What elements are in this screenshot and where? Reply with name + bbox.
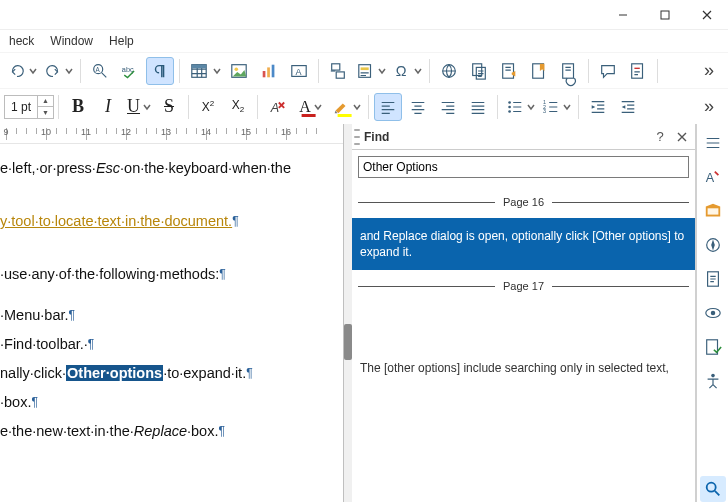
find-search-input[interactable] [358,156,689,178]
insert-table-dropdown[interactable] [212,67,222,75]
insert-field-button[interactable] [354,57,388,85]
window-maximize-button[interactable] [644,0,686,29]
sidebar-navigator-icon[interactable] [700,232,726,258]
sidebar-properties-icon[interactable]: A [700,164,726,190]
insert-endnote-button[interactable] [495,57,523,85]
svg-rect-23 [563,63,574,77]
numbered-list-button[interactable]: 123 [539,93,573,121]
find-close-button[interactable] [673,128,691,146]
numbered-list-dropdown[interactable] [562,103,572,111]
menu-window[interactable]: Window [43,32,100,50]
page-label: Page 16 [495,196,552,208]
highlight-color-button[interactable] [329,93,363,121]
font-size-up[interactable]: ▲ [38,96,53,107]
font-color-button[interactable]: A [293,93,327,121]
insert-page-break-button[interactable] [324,57,352,85]
horizontal-ruler[interactable]: 910111213141516 [0,124,343,144]
insert-cross-reference-button[interactable] [555,57,583,85]
bullet-list-button[interactable] [503,93,537,121]
splitter-thumb[interactable] [344,324,352,360]
undo-dropdown[interactable] [28,67,38,75]
find-panel-title: Find [364,130,389,144]
underline-button[interactable]: U [124,93,153,121]
pilcrow-icon: ¶ [88,337,94,351]
highlight-color-dropdown[interactable] [352,103,362,111]
sidebar-page-icon[interactable] [700,266,726,292]
doc-text: ·box. [0,394,31,410]
sidebar-tab-strip: A [696,124,728,502]
svg-rect-10 [272,64,275,77]
sidebar-settings-button[interactable] [700,130,726,156]
track-changes-button[interactable] [624,57,652,85]
ruler-number: 15 [241,127,251,137]
ruler-number: 16 [281,127,291,137]
toolbar-overflow-button[interactable]: » [695,57,723,85]
pane-splitter[interactable] [344,124,352,502]
italic-button[interactable]: I [94,93,122,121]
align-center-button[interactable] [404,93,432,121]
font-size-value[interactable]: 1 pt [5,100,37,114]
main-area: 910111213141516 e·left,·or·press·Esc·on·… [0,124,728,502]
sidebar-accessibility-icon[interactable] [700,368,726,394]
redo-dropdown[interactable] [64,67,74,75]
sidebar-manage-changes-icon[interactable] [700,334,726,360]
insert-chart-button[interactable] [255,57,283,85]
redo-button[interactable] [41,57,75,85]
doc-text: ·Menu·bar. [0,307,69,323]
increase-indent-button[interactable] [584,93,612,121]
formatting-marks-button[interactable] [146,57,174,85]
insert-field-dropdown[interactable] [377,67,387,75]
align-left-button[interactable] [374,93,402,121]
menu-check[interactable]: heck [2,32,41,50]
insert-hyperlink-button[interactable] [435,57,463,85]
font-color-dropdown[interactable] [313,103,323,111]
insert-textbox-button[interactable]: A [285,57,313,85]
sidebar-gallery-icon[interactable] [700,198,726,224]
svg-rect-21 [503,63,514,77]
strikethrough-button[interactable]: S [155,93,183,121]
svg-rect-9 [267,67,270,77]
bullet-list-dropdown[interactable] [526,103,536,111]
find-help-button[interactable]: ? [651,128,669,146]
align-justify-button[interactable] [464,93,492,121]
align-right-button[interactable] [434,93,462,121]
svg-point-26 [508,101,511,104]
ruler-number: 9 [3,127,8,137]
window-minimize-button[interactable] [602,0,644,29]
spellcheck-button[interactable]: abç [116,57,144,85]
undo-button[interactable] [5,57,39,85]
underline-dropdown[interactable] [142,103,152,111]
find-result-item[interactable]: and Replace dialog is open, optionally c… [352,218,695,270]
window-titlebar [0,0,728,30]
insert-bookmark-button[interactable] [525,57,553,85]
subscript-button[interactable]: X2 [224,93,252,121]
document-page[interactable]: e·left,·or·press·Esc·on·the·keyboard·whe… [0,144,343,502]
insert-symbol-dropdown[interactable] [413,67,423,75]
superscript-button[interactable]: X2 [194,93,222,121]
bold-button[interactable]: B [64,93,92,121]
clear-formatting-button[interactable]: A [263,93,291,121]
font-size-spinner[interactable]: 1 pt ▲ ▼ [4,95,54,119]
sidebar-style-inspector-icon[interactable] [700,300,726,326]
insert-table-button[interactable] [185,57,223,85]
svg-text:A: A [270,100,279,114]
insert-symbol-button[interactable]: Ω [390,57,424,85]
font-size-down[interactable]: ▼ [38,107,53,118]
sidebar-find-icon[interactable] [700,476,726,502]
window-close-button[interactable] [686,0,728,29]
insert-footnote-button[interactable] [465,57,493,85]
svg-rect-33 [707,208,718,214]
pilcrow-icon: ¶ [69,308,75,322]
pilcrow-icon: ¶ [31,395,37,409]
find-replace-button[interactable]: A [86,57,114,85]
insert-comment-button[interactable] [594,57,622,85]
formatting-overflow-button[interactable]: » [695,93,723,121]
ruler-number: 11 [81,127,91,137]
panel-grip-icon[interactable] [354,129,360,145]
insert-image-button[interactable] [225,57,253,85]
doc-hyperlink[interactable]: y·tool·to·locate·text·in·the·document. [0,213,232,229]
svg-point-40 [706,483,715,492]
find-result-item[interactable]: The [other options] include searching on… [352,350,695,386]
decrease-indent-button[interactable] [614,93,642,121]
menu-help[interactable]: Help [102,32,141,50]
